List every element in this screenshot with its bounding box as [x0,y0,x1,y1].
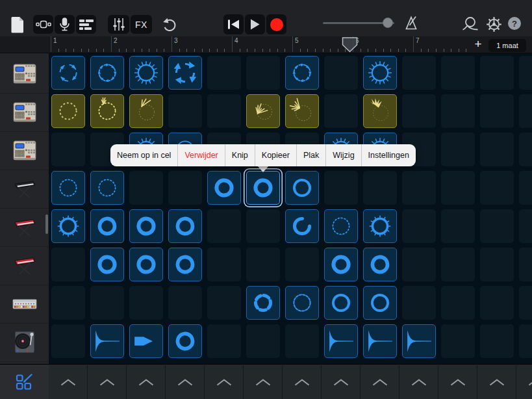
loop-cell-filled[interactable] [285,94,319,128]
loop-cell-empty[interactable] [480,171,514,205]
loop-cell-filled[interactable] [285,209,319,243]
loop-cell-filled[interactable] [363,324,397,358]
column-trigger-button[interactable] [283,365,322,399]
loop-cell-empty[interactable] [441,286,475,320]
loop-cell-filled[interactable] [90,171,124,205]
loop-cell-empty[interactable] [168,94,202,128]
loop-cell-filled[interactable] [129,248,163,281]
menu-item-instellingen[interactable]: Instellingen [361,144,416,166]
loop-cell-empty[interactable] [51,133,85,166]
loop-cell-empty[interactable] [207,324,241,358]
track-rail-resize-handle[interactable] [45,214,48,234]
loop-browser-icon[interactable] [461,15,479,33]
loop-cell-filled[interactable] [363,209,397,243]
loop-cell-empty[interactable] [363,171,397,205]
loop-cell-empty[interactable] [402,171,436,205]
loop-cell-filled[interactable] [246,94,280,128]
loop-cell-filled[interactable] [168,209,202,243]
loop-cell-empty[interactable] [402,56,436,90]
column-trigger-button[interactable] [361,365,399,399]
menu-item-kopieer[interactable]: Kopieer [255,144,296,166]
loop-cell-filled[interactable] [324,286,358,320]
track-icon-turntable[interactable] [0,324,49,362]
loop-cell-empty[interactable] [402,209,436,243]
loop-cell-empty[interactable] [285,248,319,281]
loop-cell-filled[interactable] [168,56,202,90]
loop-cell-empty[interactable] [480,209,514,243]
play-icon[interactable] [245,14,265,34]
column-trigger-button[interactable] [438,365,477,399]
edit-cells-button[interactable] [0,365,49,399]
track-icon-keyboard-red[interactable] [0,209,49,247]
menu-item-plak[interactable]: Plak [296,144,325,166]
loop-cell-empty[interactable] [246,56,280,90]
loop-cell-filled[interactable] [207,171,241,205]
loop-cell-empty[interactable] [441,171,475,205]
loop-cell-empty[interactable] [207,209,241,243]
add-bars-button[interactable]: + [470,36,486,52]
loop-cell-filled[interactable] [285,171,319,205]
loop-cell-filled[interactable] [51,209,85,243]
loop-cell-filled[interactable] [51,171,85,205]
loop-cell-empty[interactable] [441,324,475,358]
loop-cell-empty[interactable] [519,94,532,128]
loop-cell-filled[interactable] [51,94,85,128]
loop-cell-empty[interactable] [441,209,475,243]
column-trigger-button[interactable] [49,365,88,399]
column-trigger-button[interactable] [127,365,166,399]
menu-item-knip[interactable]: Knip [225,144,255,166]
column-trigger-button[interactable] [322,365,361,399]
loop-cell-empty[interactable] [90,286,124,320]
tracks-view-icon[interactable] [76,15,96,34]
loop-cell-filled[interactable] [324,248,358,281]
loop-cell-filled[interactable] [363,248,397,281]
column-trigger-button[interactable] [477,365,516,399]
loop-cell-filled[interactable] [129,324,163,358]
loop-cell-filled[interactable] [285,56,319,90]
loop-cell-empty[interactable] [441,56,475,90]
loop-cell-empty[interactable] [441,133,475,166]
loop-cell-filled[interactable] [363,286,397,320]
loop-cell-empty[interactable] [480,248,514,281]
loop-cell-filled[interactable] [90,324,124,358]
track-icon-drum-machine[interactable] [0,94,49,132]
loop-cell-empty[interactable] [324,171,358,205]
track-icon-keyboard-red[interactable] [0,247,49,285]
track-icon-keyboard-dark[interactable] [0,170,49,209]
document-icon[interactable] [9,16,26,34]
loop-cell-empty[interactable] [519,209,532,243]
loop-cell-empty[interactable] [285,324,319,358]
loop-cell-empty[interactable] [51,286,85,320]
loop-cell-empty[interactable] [519,133,532,166]
loop-cell-empty[interactable] [246,209,280,243]
loop-cell-filled[interactable] [90,56,124,90]
menu-item-wijzig[interactable]: Wijzig [325,144,361,166]
column-trigger-button[interactable] [88,365,127,399]
bar-length-button[interactable]: 1 maat [488,39,526,52]
loop-cell-empty[interactable] [519,286,532,320]
loop-cell-empty[interactable] [207,248,241,281]
playhead-icon[interactable] [342,37,358,55]
track-icon-drum-machine[interactable] [0,132,49,170]
loop-cell-empty[interactable] [129,286,163,320]
live-loops-view-icon[interactable] [33,15,53,34]
loop-cell-empty[interactable] [519,248,532,281]
loop-cell-empty[interactable] [480,56,514,90]
loop-cell-filled[interactable] [51,56,85,90]
loop-cell-filled[interactable] [129,209,163,243]
loop-cell-empty[interactable] [246,248,280,281]
loop-cell-empty[interactable] [480,94,514,128]
help-icon[interactable]: ? [508,17,521,30]
loop-cell-filled[interactable] [402,324,436,358]
volume-slider[interactable] [323,22,394,24]
volume-slider-knob[interactable] [383,18,393,28]
undo-icon[interactable] [160,16,179,32]
loop-cell-filled[interactable] [168,248,202,281]
loop-cell-filled[interactable] [363,56,397,90]
loop-cell-filled[interactable] [168,324,202,358]
loop-cell-filled[interactable] [129,94,163,128]
loop-cell-empty[interactable] [402,286,436,320]
loop-cell-empty[interactable] [519,324,532,358]
loop-cell-filled[interactable] [363,94,397,128]
loop-cell-empty[interactable] [441,248,475,281]
